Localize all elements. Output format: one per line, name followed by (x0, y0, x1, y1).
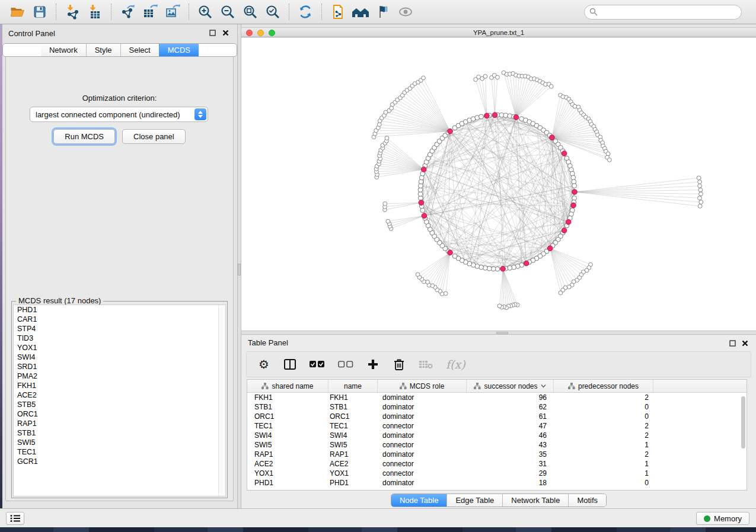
cell-name[interactable]: TEC1 (328, 421, 378, 431)
cell-successor-nodes[interactable]: 35 (467, 450, 554, 459)
task-history-button[interactable] (6, 512, 24, 525)
graph-node-mcds[interactable] (484, 113, 490, 118)
memory-button[interactable]: Memory (696, 512, 749, 525)
cell-predecessor-nodes[interactable]: 1 (554, 469, 653, 478)
mcds-result-item[interactable]: SWI5 (14, 438, 225, 447)
tab-network-table[interactable]: Network Table (502, 494, 568, 507)
tab-edge-table[interactable]: Edge Table (446, 494, 502, 507)
graph-node[interactable] (386, 219, 390, 223)
cell-mcds-role[interactable]: dominator (378, 402, 467, 412)
cell-successor-nodes[interactable]: 96 (467, 393, 554, 402)
delete-column-button[interactable] (393, 357, 406, 372)
cell-name[interactable]: ORC1 (328, 412, 378, 421)
cell-name[interactable]: PHD1 (328, 478, 378, 488)
graphics-details-toggle-button[interactable] (372, 2, 394, 21)
graph-node[interactable] (416, 273, 420, 277)
cell-shared-name[interactable]: SWI5 (247, 440, 328, 450)
column-header-shared-name[interactable]: shared name (247, 380, 328, 392)
graph-node-mcds[interactable] (492, 113, 497, 118)
graph-node[interactable] (422, 76, 426, 80)
cell-mcds-role[interactable]: dominator (378, 431, 467, 440)
graph-node[interactable] (698, 204, 702, 209)
mcds-result-item[interactable]: RAP1 (14, 419, 225, 428)
mcds-result-item[interactable]: CAR1 (14, 315, 225, 324)
close-table-panel-icon[interactable] (741, 339, 749, 348)
graph-node-mcds[interactable] (500, 266, 506, 271)
mcds-result-item[interactable]: PMA2 (14, 371, 225, 381)
splitter-grip[interactable] (496, 332, 508, 334)
graph-node-mcds[interactable] (422, 213, 427, 219)
mcds-result-item[interactable]: TID3 (14, 334, 225, 343)
table-row[interactable]: ORC1ORC1dominator610 (247, 412, 747, 421)
table-scrollbar-thumb[interactable] (741, 396, 745, 448)
cell-successor-nodes[interactable]: 62 (467, 402, 554, 412)
mcds-result-item[interactable]: STB1 (14, 428, 225, 438)
tab-network[interactable]: Network (41, 44, 86, 56)
graph-node[interactable] (426, 280, 430, 284)
new-network-from-selection-button[interactable] (327, 2, 349, 21)
column-header-predecessor-nodes[interactable]: predecessor nodes (554, 380, 653, 392)
cell-predecessor-nodes[interactable]: 0 (554, 478, 653, 488)
table-row[interactable]: SWI4SWI4dominator462 (247, 431, 747, 440)
column-header-successor-nodes[interactable]: successor nodes (467, 380, 554, 392)
run-mcds-button[interactable]: Run MCDS (53, 129, 115, 144)
import-network-button[interactable] (61, 2, 84, 21)
cell-predecessor-nodes[interactable]: 2 (554, 393, 653, 402)
graph-node[interactable] (377, 123, 381, 127)
graph-node-mcds[interactable] (448, 250, 453, 255)
tab-style[interactable]: Style (86, 44, 120, 56)
first-neighbors-button[interactable] (349, 2, 372, 21)
mcds-result-item[interactable]: ORC1 (14, 409, 225, 419)
graph-node[interactable] (699, 192, 703, 196)
cell-name[interactable]: RAP1 (328, 450, 378, 459)
table-row[interactable]: YOX1YOX1connector291 (247, 469, 747, 478)
graph-node-mcds[interactable] (513, 115, 519, 120)
graph-node-mcds[interactable] (562, 151, 567, 156)
graph-node[interactable] (559, 291, 563, 295)
cell-predecessor-nodes[interactable]: 1 (554, 440, 653, 450)
cell-mcds-role[interactable]: dominator (378, 478, 467, 488)
cell-successor-nodes[interactable]: 18 (467, 478, 554, 488)
export-network-button[interactable] (116, 2, 139, 21)
graph-node[interactable] (699, 200, 703, 204)
column-header-name[interactable]: name (328, 380, 378, 392)
cell-predecessor-nodes[interactable]: 0 (554, 412, 653, 421)
mcds-result-item[interactable]: ACE2 (14, 390, 225, 400)
cell-predecessor-nodes[interactable]: 2 (554, 421, 653, 431)
cell-name[interactable]: FKH1 (328, 393, 378, 402)
mcds-result-item[interactable]: GCR1 (14, 457, 225, 466)
close-panel-button[interactable]: Close panel (122, 129, 186, 144)
cell-predecessor-nodes[interactable]: 2 (554, 431, 653, 440)
refresh-view-button[interactable] (294, 2, 317, 21)
cell-successor-nodes[interactable]: 46 (467, 431, 554, 440)
import-table-button[interactable] (84, 2, 106, 21)
select-all-columns-button[interactable] (310, 357, 325, 372)
cell-successor-nodes[interactable]: 61 (467, 412, 554, 421)
optimization-criterion-select[interactable]: largest connected component (undirected) (30, 107, 208, 122)
splitter-grip[interactable] (238, 264, 241, 275)
table-row[interactable]: PHD1PHD1dominator180 (247, 478, 747, 488)
graph-node[interactable] (444, 291, 448, 296)
graph-node-mcds[interactable] (562, 228, 567, 233)
graph-node[interactable] (572, 184, 577, 188)
export-table-button[interactable] (139, 2, 161, 21)
cell-mcds-role[interactable]: connector (378, 440, 467, 450)
float-table-panel-icon[interactable] (728, 339, 737, 348)
add-column-button[interactable] (366, 357, 379, 372)
mcds-result-item[interactable]: TEC1 (14, 447, 225, 457)
graph-node-mcds[interactable] (550, 135, 555, 140)
tab-select[interactable]: Select (120, 44, 159, 56)
export-image-button[interactable] (161, 2, 184, 21)
cell-mcds-role[interactable]: dominator (378, 450, 467, 459)
mcds-list-scrollbar[interactable] (218, 305, 225, 496)
cell-predecessor-nodes[interactable]: 2 (554, 450, 653, 459)
graph-node[interactable] (383, 202, 387, 206)
cell-successor-nodes[interactable]: 31 (467, 459, 554, 469)
zoom-fit-button[interactable] (239, 2, 261, 21)
graph-node-mcds[interactable] (566, 220, 571, 225)
table-row[interactable]: SWI5SWI5connector431 (247, 440, 747, 450)
cell-successor-nodes[interactable]: 43 (467, 440, 554, 450)
zoom-out-button[interactable] (216, 2, 239, 21)
cell-name[interactable]: STB1 (328, 402, 378, 412)
cell-successor-nodes[interactable]: 47 (467, 421, 554, 431)
